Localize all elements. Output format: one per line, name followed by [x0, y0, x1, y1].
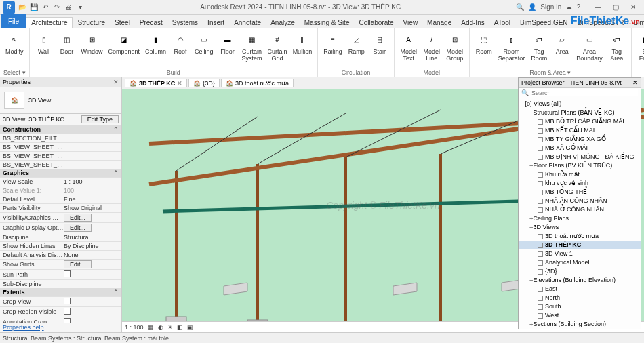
view-tab[interactable]: 🏠3D THÉP KC✕: [125, 79, 187, 87]
tree-item[interactable]: Analytical Model: [519, 258, 641, 267]
search-icon[interactable]: 🔍: [516, 3, 524, 11]
column-button[interactable]: ▮Column: [142, 30, 169, 68]
properties-row[interactable]: Show Hidden LinesBy Discipline: [0, 241, 121, 250]
modify-button[interactable]: ↖Modify: [3, 30, 26, 68]
tree-item[interactable]: MB XÀ GỒ MÁI: [519, 144, 641, 153]
ribbon-tab[interactable]: Structure: [73, 18, 110, 28]
room-separator-button[interactable]: ⫿Room Separator: [496, 30, 528, 68]
model-group-button[interactable]: ⊡Model Group: [443, 30, 466, 68]
visual-style-icon[interactable]: ◐: [158, 324, 163, 331]
maximize-button[interactable]: ▢: [607, 1, 624, 14]
properties-row[interactable]: Scale Value 1:100: [0, 186, 121, 195]
tree-item[interactable]: MB ĐỊNH VỊ MÓNG - ĐÀ KIỀNG: [519, 153, 641, 161]
tree-item[interactable]: + Sections (Building Section): [519, 320, 641, 329]
floor-button[interactable]: ▬Floor: [216, 30, 239, 68]
roof-button[interactable]: ◠Roof: [169, 30, 192, 68]
ribbon-tab[interactable]: Collaborate: [354, 18, 398, 28]
ribbon-tab[interactable]: BimSpeed.STR: [573, 18, 629, 28]
ribbon-tab[interactable]: ATool: [489, 18, 515, 28]
door-button[interactable]: ◫Door: [56, 30, 79, 68]
tree-item[interactable]: 3D thoát nước mưa: [519, 232, 641, 241]
help-icon[interactable]: ?: [576, 3, 580, 11]
tree-item[interactable]: − Floor Plans (BV KIẾN TRÚC): [519, 161, 641, 170]
view-scale[interactable]: 1 : 100: [125, 324, 144, 331]
properties-row[interactable]: BS_SECTION_FILTER: [0, 134, 121, 142]
properties-row[interactable]: Crop Region Visible: [0, 306, 121, 317]
ribbon-tab[interactable]: Annotate: [229, 18, 266, 28]
edit-button[interactable]: Edit...: [64, 214, 92, 222]
tag-room-button[interactable]: 🏷Tag Room: [527, 30, 550, 68]
tree-item[interactable]: MB TY GIẰNG XÀ GỒ: [519, 135, 641, 144]
view-tab-close-icon[interactable]: ✕: [177, 80, 182, 87]
properties-section-header[interactable]: Extents⌃: [0, 288, 121, 296]
checkbox[interactable]: [64, 270, 71, 277]
area-button[interactable]: ▱Area: [550, 30, 573, 68]
close-window-button[interactable]: ✕: [625, 1, 641, 14]
properties-row[interactable]: Parts VisibilityShow Original: [0, 203, 121, 212]
edit-type-button[interactable]: Edit Type: [81, 115, 119, 123]
properties-row[interactable]: Show GridsEdit...: [0, 259, 121, 269]
cloud-icon[interactable]: ☁: [565, 3, 572, 11]
user-icon[interactable]: 👤: [528, 3, 536, 11]
ribbon-tab[interactable]: Systems: [167, 18, 203, 28]
curtain-grid-button[interactable]: #Curtain Grid: [265, 30, 290, 68]
room-button[interactable]: ⬚Room: [472, 30, 496, 68]
more-icon[interactable]: ▾: [75, 3, 85, 12]
tree-item[interactable]: 3D THÉP KC: [519, 241, 641, 249]
project-browser-close-icon[interactable]: ✕: [632, 79, 638, 86]
ribbon-tab[interactable]: BimSpeed.GEN: [515, 18, 573, 28]
properties-row[interactable]: Crop View: [0, 296, 121, 306]
model-text-button[interactable]: AModel Text: [397, 30, 420, 68]
save-icon[interactable]: 💾: [29, 3, 39, 12]
tree-item[interactable]: {3D}: [519, 267, 641, 276]
wall-button[interactable]: ▯Wall: [33, 30, 56, 68]
tree-item[interactable]: − Elevations (Building Elevation): [519, 276, 641, 285]
properties-section-header[interactable]: Construction⌃: [0, 125, 121, 134]
project-browser-search-input[interactable]: [531, 89, 638, 96]
by-face-button[interactable]: ◧By Face: [635, 30, 644, 68]
print-icon[interactable]: 🖨: [64, 3, 73, 12]
tree-item[interactable]: Khu rửa mặt: [519, 170, 641, 179]
ribbon-tab[interactable]: BimSpeed.MEP: [629, 18, 644, 28]
ribbon-tab[interactable]: Architecture: [26, 17, 73, 28]
properties-row[interactable]: Detail LevelFine: [0, 195, 121, 203]
edit-button[interactable]: Edit...: [64, 260, 92, 268]
model-line-button[interactable]: /Model Line: [420, 30, 443, 68]
tree-item[interactable]: East: [519, 285, 641, 294]
tree-item[interactable]: 3D View 1: [519, 249, 641, 258]
properties-row[interactable]: Visibility/Graphics …Edit...: [0, 212, 121, 222]
instance-label[interactable]: 3D View: 3D THÉP KC: [3, 116, 64, 123]
properties-row[interactable]: DisciplineStructural: [0, 233, 121, 241]
tree-item[interactable]: MB BỐ TRÍ CÁP GIẰNG MÁI: [519, 117, 641, 126]
ribbon-tab[interactable]: Precast: [135, 18, 167, 28]
ribbon-tab[interactable]: Analyze: [266, 18, 300, 28]
redo-icon[interactable]: ↷: [52, 3, 62, 12]
area-boundary-button[interactable]: ▭Area Boundary: [573, 30, 605, 68]
detail-level-icon[interactable]: ▦: [148, 324, 154, 331]
window-button[interactable]: ⊞Window: [79, 30, 106, 68]
tree-item[interactable]: North: [519, 294, 641, 302]
open-icon[interactable]: 📂: [18, 3, 27, 12]
minimize-button[interactable]: —: [590, 1, 606, 14]
undo-icon[interactable]: ↶: [41, 3, 50, 12]
properties-row[interactable]: View Scale1 : 100: [0, 177, 121, 186]
railing-button[interactable]: ≡Railing: [321, 30, 345, 68]
ceiling-button[interactable]: ▭Ceiling: [192, 30, 216, 68]
tree-item[interactable]: NHÀ ĂN CÔNG NHÂN: [519, 197, 641, 205]
tag-area-button[interactable]: 🏷Tag Area: [605, 30, 628, 68]
tab-file[interactable]: File: [1, 14, 26, 28]
tree-item[interactable]: − [o] Views (all): [519, 100, 641, 108]
tree-item[interactable]: − Structural Plans (BẢN VẼ KC): [519, 108, 641, 117]
properties-row[interactable]: BS_VIEW_SHEET_LE…: [0, 160, 121, 169]
properties-row[interactable]: BS_VIEW_SHEET_LE…: [0, 151, 121, 160]
mullion-button[interactable]: ‖Mullion: [290, 30, 315, 68]
ribbon-tab[interactable]: View: [399, 18, 423, 28]
tree-item[interactable]: khu vực vệ sinh: [519, 179, 641, 188]
properties-close-icon[interactable]: ✕: [113, 79, 119, 85]
view-tab[interactable]: 🏠{3D}: [188, 79, 220, 87]
stair-button[interactable]: ⌸Stair: [368, 30, 391, 68]
ribbon-tab[interactable]: Insert: [203, 18, 229, 28]
tree-item[interactable]: NHÀ Ở CÔNG NHÂN: [519, 205, 641, 214]
properties-help-link[interactable]: Properties help: [0, 323, 121, 332]
tree-item[interactable]: MB KẾT CẤU MÁI: [519, 126, 641, 135]
